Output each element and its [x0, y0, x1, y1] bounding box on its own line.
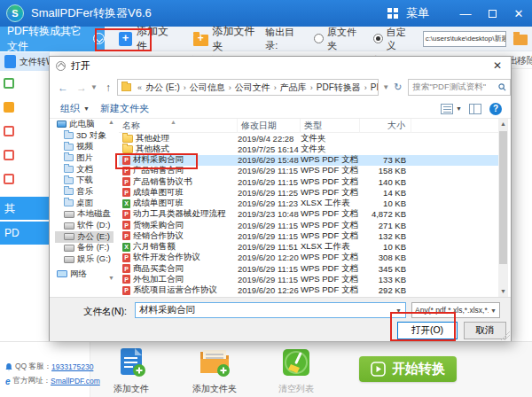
- tree-item[interactable]: 此电脑: [55, 119, 113, 130]
- browse-folder-icon[interactable]: [513, 35, 528, 45]
- file-row[interactable]: P经销合作协议2019/6/29 11:15WPS PDF 文档132 KB: [119, 230, 498, 241]
- tree-item[interactable]: 视频: [55, 141, 113, 152]
- filename-input[interactable]: 材料采购合同 ▼: [135, 302, 406, 318]
- tree-scroll-up-icon[interactable]: ▲: [108, 119, 114, 125]
- tree-item[interactable]: 3D 对象: [55, 130, 113, 142]
- breadcrumb-item[interactable]: 公司信息: [189, 82, 226, 94]
- breadcrumb[interactable]: «办公 (E:)›公司信息›公司文件›产品库›PDF转换器›PDF测试资料›: [117, 79, 379, 96]
- path-dropdown-icon[interactable]: ▼: [382, 83, 389, 91]
- file-row[interactable]: P软件开发合作协议2019/6/20 12:20WPS PDF 文档308 KB: [119, 253, 498, 263]
- dialog-icon: [56, 61, 66, 71]
- clear-list-broom-icon: [282, 347, 310, 378]
- file-date-cell: 2019/9/4 22:28: [238, 134, 301, 144]
- qq-number-link[interactable]: 1933175230: [51, 362, 93, 371]
- resize-grip[interactable]: [501, 331, 510, 340]
- scroll-up-icon[interactable]: ▲: [498, 119, 508, 129]
- pdf-file-icon: P: [122, 264, 130, 273]
- tree-item[interactable]: 网络: [55, 269, 113, 280]
- file-row[interactable]: X成绩单图可班2019/6/29 11:23XLSX 工作表10 KB: [119, 198, 498, 209]
- view-list-icon[interactable]: [441, 104, 453, 114]
- minimize-icon[interactable]: —: [452, 7, 479, 20]
- tab-pdf-to-other[interactable]: PDF转换成其它文件: [0, 27, 105, 51]
- file-row[interactable]: P系统项目运营合作协议2019/6/20 12:26WPS PDF 文档292 …: [119, 285, 498, 296]
- file-row[interactable]: P商品买卖合同2019/6/29 11:15WPS PDF 文档345 KB: [119, 263, 498, 274]
- file-row[interactable]: P货物采购合同2019/6/29 11:15WPS PDF 文档271 KB: [119, 220, 498, 230]
- breadcrumb-item[interactable]: PDF测试资料: [370, 82, 379, 94]
- file-row[interactable]: 其他处理2019/9/4 22:28文件夹: [119, 133, 498, 144]
- cancel-button[interactable]: 取消: [464, 322, 506, 339]
- file-row[interactable]: P动力工具类器械处理流程2019/3/23 10:48WPS PDF 文档4,8…: [119, 209, 498, 220]
- start-convert-button[interactable]: 开始转换: [359, 356, 457, 382]
- tree-item[interactable]: 娱乐 (G:): [55, 253, 113, 265]
- view-dropdown-icon[interactable]: ▼: [456, 105, 462, 112]
- tree-item[interactable]: 办公 (E:): [55, 231, 113, 243]
- menu-button[interactable]: 菜单: [387, 5, 429, 21]
- pdf-file-icon: P: [122, 177, 130, 186]
- tree-item[interactable]: 备份 (F:): [55, 243, 113, 254]
- recent-dropdown-icon[interactable]: ▼: [90, 83, 98, 91]
- radio-custom-label[interactable]: 自定义: [387, 26, 416, 52]
- list-column-header[interactable]: 类型: [301, 119, 360, 133]
- sidebar-item-file-to-word[interactable]: 文件转Word: [0, 52, 50, 71]
- output-path-input[interactable]: c:\users\tuke\desktop\新建文~1: [423, 31, 506, 47]
- scroll-down-icon[interactable]: ▼: [498, 286, 508, 297]
- close-icon[interactable]: ✕: [505, 7, 532, 20]
- tab-other-to-pdf[interactable]: 其: [0, 197, 50, 220]
- list-column-header[interactable]: 名称▲: [119, 119, 238, 133]
- back-icon[interactable]: ←: [58, 82, 68, 94]
- add-folder-label: 添加文件夹: [213, 24, 266, 54]
- breadcrumb-collapsed-marker[interactable]: «: [135, 83, 145, 92]
- tree-item[interactable]: 软件 (D:): [55, 220, 113, 231]
- breadcrumb-item[interactable]: 公司文件: [234, 82, 271, 94]
- search-input[interactable]: 搜索"PDF测试资料": [408, 79, 511, 96]
- bottom-add-folder-button[interactable]: 添加文件夹: [183, 347, 246, 395]
- annotation-box-selected-file: [115, 153, 198, 169]
- tree-scroll-down-icon[interactable]: ▼: [108, 275, 114, 281]
- annotation-box-open-button: [390, 312, 456, 341]
- file-name: 外包加工合同: [133, 274, 184, 285]
- tree-item[interactable]: 桌面: [55, 198, 113, 209]
- bottom-add-file-button[interactable]: 添加文件: [99, 347, 163, 395]
- file-row[interactable]: X六月销售额2019/6/29 11:51XLSX 工作表10 KB: [119, 242, 498, 253]
- organize-button[interactable]: 组织 ▼: [60, 102, 90, 115]
- file-row[interactable]: P成绩单图可班2019/6/29 11:25WPS PDF 文档14 KB: [119, 187, 498, 198]
- up-icon[interactable]: ↑: [106, 82, 111, 94]
- breadcrumb-item[interactable]: 产品库: [279, 82, 308, 94]
- sort-ascending-icon: ▲: [170, 119, 176, 129]
- scroll-thumb[interactable]: [499, 131, 507, 264]
- window-title: SmallPDFer转换器V6.6: [31, 5, 152, 21]
- refresh-icon[interactable]: ↻: [394, 82, 402, 93]
- list-column-header[interactable]: 修改日期: [238, 119, 301, 133]
- radio-custom[interactable]: [373, 34, 383, 43]
- breadcrumb-item[interactable]: 办公 (E:): [145, 82, 181, 94]
- new-folder-button[interactable]: 新建文件夹: [100, 102, 149, 115]
- pdf-file-icon: P: [122, 221, 130, 230]
- tree-item-label: 音乐: [76, 186, 93, 198]
- start-convert-label: 开始转换: [392, 361, 445, 378]
- tree-item[interactable]: 下载: [55, 175, 113, 186]
- action-label: 清空列表: [264, 383, 328, 395]
- breadcrumb-item[interactable]: PDF转换器: [316, 82, 362, 94]
- forward-icon[interactable]: →: [76, 82, 87, 94]
- radio-original-folder[interactable]: [314, 34, 324, 43]
- add-folder-button[interactable]: 添加文件夹: [193, 24, 266, 54]
- file-row[interactable]: P产品销售协议书2019/6/29 11:15WPS PDF 文档140 KB: [119, 176, 498, 187]
- tree-item[interactable]: 图片: [55, 152, 113, 164]
- dialog-close-icon[interactable]: ✕: [484, 57, 511, 75]
- tree-item[interactable]: 本地磁盘 (C:): [55, 209, 113, 221]
- file-row[interactable]: P外包加工合同2019/6/29 11:15WPS PDF 文档133 KB: [119, 274, 498, 284]
- tree-item[interactable]: 文档: [55, 164, 113, 175]
- maximize-icon[interactable]: [479, 7, 505, 20]
- tab-pdf-operations[interactable]: PD: [0, 222, 50, 245]
- preview-pane-icon[interactable]: [469, 104, 481, 114]
- list-column-header[interactable]: 大小: [360, 119, 411, 133]
- tree-item[interactable]: 音乐: [55, 186, 113, 198]
- help-icon[interactable]: ?: [489, 103, 502, 115]
- file-name: 系统项目运营合作协议: [133, 284, 217, 296]
- tree-item-label: 桌面: [76, 198, 93, 209]
- radio-original-label[interactable]: 原文件夹: [327, 26, 366, 52]
- list-scrollbar[interactable]: ▲ ▼: [498, 119, 508, 297]
- clear-list-button[interactable]: 清空列表: [264, 347, 328, 395]
- website-link[interactable]: SmallPDF.com: [51, 377, 100, 385]
- main-column-header[interactable]: 移除: [517, 54, 532, 67]
